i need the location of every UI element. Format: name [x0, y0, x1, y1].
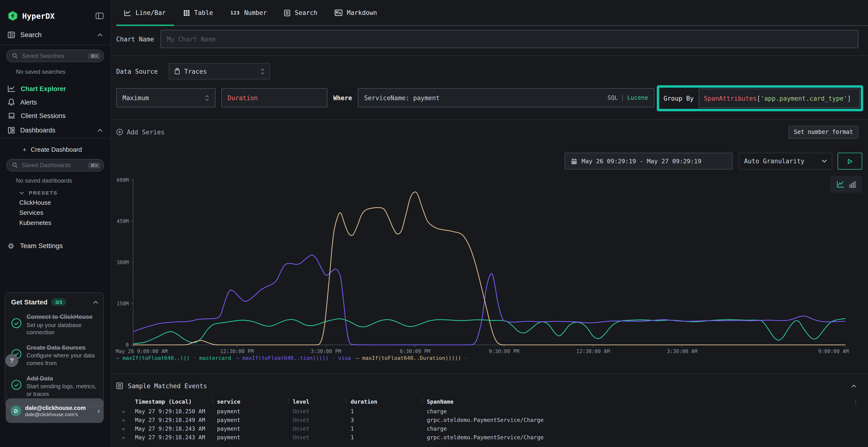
get-started-card: Get Started 3/3 Connect to ClickHouseSet… [5, 293, 104, 407]
tab-table[interactable]: Table [183, 9, 213, 16]
search-icon [12, 162, 18, 168]
column-header[interactable]: ⋮level [293, 398, 350, 407]
column-header[interactable]: ⋮service [217, 398, 293, 407]
chevron-up-icon[interactable] [93, 300, 98, 304]
table-cell: May 27 9:29:18.243 AM [135, 434, 217, 441]
table-cell: 1 [350, 408, 427, 415]
data-source-select[interactable]: Traces [169, 63, 270, 79]
avatar: D [10, 405, 21, 416]
column-handle-icon[interactable]: ⋮ [420, 398, 425, 404]
saved-searches-placeholder: Saved Searches [22, 53, 88, 59]
user-menu[interactable]: D dale@clickhouse.com dale@clickhouse.co… [6, 398, 104, 423]
column-header[interactable]: ⋮duration [350, 398, 427, 407]
get-started-title: Get Started [11, 298, 48, 306]
chevron-up-down-icon [205, 95, 209, 101]
tab-markdown[interactable]: Markdown [335, 9, 377, 16]
legend-item[interactable]: — maxIf(toFloat640..Duration))))) · [356, 355, 468, 361]
table-row[interactable]: >May 27 9:29:18.243 AMpaymentUnset1charg… [121, 424, 858, 433]
bell-icon [8, 98, 15, 106]
chart-name-row: Chart Name My Chart Name [116, 29, 858, 49]
svg-text:600M: 600M [117, 177, 129, 183]
search-section-icon [8, 31, 15, 38]
sidebar-section-search[interactable]: Search [0, 31, 111, 45]
number-123-icon: 123 [230, 10, 240, 15]
column-handle-icon[interactable]: ⋮ [286, 398, 291, 404]
date-range-input[interactable]: May 26 09:29:19 - May 27 09:29:19 [565, 153, 733, 170]
set-number-format-button[interactable]: Set number format [788, 126, 858, 138]
svg-text:6:30:00 PM: 6:30:00 PM [400, 348, 430, 354]
sidebar-item-alerts[interactable]: Alerts [0, 95, 111, 109]
data-source-value: Traces [184, 68, 260, 75]
chevron-up-down-icon [260, 68, 265, 74]
get-started-item[interactable]: Connect to ClickHouseSet up your databas… [11, 312, 98, 337]
tab-track [116, 25, 868, 26]
saved-dashboards-placeholder: Saved Dashboards [22, 162, 88, 169]
sidebar-item-client-sessions[interactable]: Client Sessions [0, 109, 111, 122]
sample-events-header[interactable]: Sample Matched Events [111, 379, 868, 393]
add-series-button[interactable]: Add Series [116, 128, 788, 136]
hyperdx-logo-icon [8, 10, 18, 21]
svg-text:150M: 150M [117, 301, 129, 307]
sidebar-preset-kubernetes[interactable]: Kubernetes [0, 218, 111, 228]
divider [111, 119, 868, 120]
expand-row-icon[interactable]: > [121, 426, 135, 431]
expand-row-icon[interactable]: > [121, 417, 135, 423]
presets-label: PRESETS [29, 190, 58, 196]
add-circle-icon [116, 129, 123, 135]
field-input[interactable]: Duration [221, 88, 328, 107]
sidebar-preset-services[interactable]: Services [0, 208, 111, 218]
create-dashboard-label: Create Dashboard [31, 146, 82, 153]
tab-search[interactable]: Search [284, 9, 317, 16]
sql-toggle[interactable]: SQL [607, 94, 618, 101]
play-icon [847, 158, 852, 164]
presets-toggle[interactable]: PRESETS [0, 188, 111, 198]
expand-row-icon[interactable]: > [121, 435, 135, 440]
sidebar-item-chart-explorer[interactable]: Chart Explorer [0, 82, 111, 95]
date-range-value: May 26 09:29:19 - May 27 09:29:19 [582, 158, 702, 165]
aggregation-select[interactable]: Maximum [116, 88, 216, 107]
get-started-item[interactable]: Create Data SourcesConfigure where your … [11, 343, 98, 368]
tab-line-bar[interactable]: Line/Bar [124, 9, 166, 16]
sidebar-preset-clickhouse[interactable]: ClickHouse [0, 198, 111, 208]
timeseries-chart[interactable]: 0150M300M450M600MMay 26 9:00:00 AM12:30:… [111, 171, 868, 354]
create-dashboard-button[interactable]: + Create Dashboard [0, 143, 111, 156]
where-label: Where [333, 88, 352, 107]
time-controls-row: May 26 09:29:19 - May 27 09:29:19 Auto G… [111, 153, 868, 170]
help-button[interactable]: ? [5, 354, 18, 367]
saved-searches-input[interactable]: Saved Searches ⌘K [6, 49, 104, 62]
saved-dashboards-input[interactable]: Saved Dashboards ⌘K [6, 159, 104, 171]
table-icon [183, 9, 190, 16]
table-more-icon[interactable]: ⋮ [853, 399, 858, 406]
table-row[interactable]: >May 27 9:29:18.250 AMpaymentUnset1charg… [121, 407, 858, 416]
svg-text:3:30:00 PM: 3:30:00 PM [311, 348, 341, 354]
sidebar-section-dashboards[interactable]: Dashboards [0, 122, 111, 139]
expand-row-icon[interactable]: > [121, 409, 135, 414]
column-header[interactable]: ⋮SpanName [427, 398, 858, 407]
no-saved-dashboards-text: No saved dashboards [0, 177, 111, 184]
where-filter-input[interactable]: ServiceName: payment SQL|Lucene [358, 88, 654, 107]
table-cell: 1 [350, 434, 427, 441]
chart-name-input[interactable]: My Chart Name [161, 30, 858, 48]
column-handle-icon[interactable]: ⋮ [210, 398, 215, 404]
query-language-toggle[interactable]: SQL|Lucene [607, 94, 648, 101]
chart-line-icon [8, 85, 16, 92]
legend-item[interactable]: — maxIf(toFloat640..tion))))) · visa [236, 355, 351, 361]
get-started-badge: 3/3 [51, 298, 66, 306]
table-row[interactable]: >May 27 9:29:18.249 AMpaymentUnset3grpc.… [121, 416, 858, 424]
lucene-toggle[interactable]: Lucene [627, 94, 648, 101]
data-source-row: Data Source Traces [116, 63, 270, 79]
run-query-button[interactable] [838, 153, 862, 170]
tab-number[interactable]: 123 Number [230, 9, 267, 16]
column-header[interactable]: Timestamp (Local) [135, 398, 217, 407]
table-row[interactable]: >May 27 9:29:18.243 AMpaymentUnset1grpc.… [121, 433, 858, 442]
sidebar-item-team-settings[interactable]: ⚙ Team Settings [0, 238, 111, 253]
legend-item[interactable]: — maxIf(toFloat640..))) · mastercard [116, 355, 231, 361]
logo-row: HyperDX [0, 0, 111, 21]
get-started-item[interactable]: Add DataStart sending logs, metrics, or … [11, 374, 98, 398]
collapse-sidebar-icon[interactable] [95, 12, 104, 19]
column-handle-icon[interactable]: ⋮ [344, 398, 349, 404]
svg-text:3:30:00 AM: 3:30:00 AM [667, 348, 697, 354]
granularity-select[interactable]: Auto Granularity [739, 153, 832, 170]
group-by-input[interactable]: SpanAttributes['app.payment.card_type'] [699, 89, 860, 108]
chevron-up-icon[interactable] [851, 384, 857, 387]
